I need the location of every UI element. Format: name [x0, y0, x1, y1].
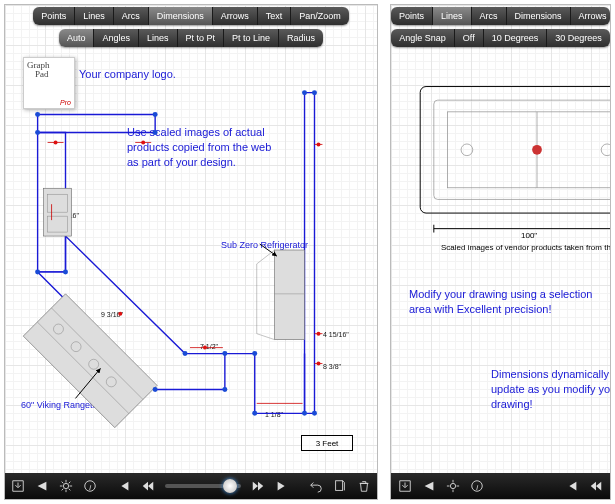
sub-toolbar: Angle SnapOff10 Degrees30 Degrees [391, 27, 610, 49]
gear-icon[interactable] [59, 478, 73, 494]
toolbar-btn-points[interactable]: Points [33, 7, 75, 25]
trash-icon[interactable] [357, 478, 371, 494]
toolbar-btn-lines[interactable]: Lines [139, 29, 178, 47]
svg-point-29 [312, 411, 317, 416]
svg-rect-10 [275, 250, 305, 340]
svg-point-40 [316, 362, 320, 366]
svg-point-51 [532, 145, 542, 155]
toolbar-btn-angles[interactable]: Angles [94, 29, 139, 47]
info-icon[interactable]: i [469, 478, 485, 494]
svg-text:i: i [89, 483, 91, 492]
svg-text:i: i [476, 483, 478, 492]
skip-back-icon[interactable] [564, 478, 580, 494]
svg-point-43 [63, 483, 68, 488]
svg-rect-47 [420, 87, 610, 214]
forward-icon[interactable] [251, 478, 265, 494]
toolbar-btn-points[interactable]: Points [391, 7, 433, 25]
svg-point-52 [461, 144, 473, 156]
toolbar-btn-lines[interactable]: Lines [75, 7, 114, 25]
slider-knob[interactable] [223, 479, 237, 493]
main-toolbar: PointsLinesArcsDimensionsArrows [391, 5, 610, 27]
skip-fwd-icon[interactable] [275, 478, 289, 494]
svg-point-25 [63, 269, 68, 274]
drawing-canvas[interactable]: Graph Pad Pro Your company logo. Use sca… [5, 5, 377, 499]
toolbar-btn-text[interactable]: Text [258, 7, 292, 25]
info-icon[interactable]: i [83, 478, 97, 494]
zoom-slider[interactable] [165, 484, 241, 488]
toolbar-btn-arcs[interactable]: Arcs [114, 7, 149, 25]
note-modify: Modify your drawing using a selection ar… [409, 287, 609, 317]
new-icon[interactable] [333, 478, 347, 494]
share-icon[interactable] [421, 478, 437, 494]
toolbar-btn-dimensions[interactable]: Dimensions [149, 7, 213, 25]
svg-point-33 [183, 351, 188, 356]
svg-point-34 [153, 387, 158, 392]
import-icon[interactable] [397, 478, 413, 494]
bottom-toolbar: i [391, 473, 610, 499]
svg-point-38 [316, 142, 320, 146]
svg-point-23 [153, 130, 158, 135]
floorplan-svg [5, 5, 377, 499]
skip-back-icon[interactable] [117, 478, 131, 494]
toolbar-btn-pt-to-line[interactable]: Pt to Line [224, 29, 279, 47]
main-toolbar: PointsLinesArcsDimensionsArrowsTextPan/Z… [5, 5, 377, 27]
svg-point-53 [601, 144, 610, 156]
toolbar-btn-dimensions[interactable]: Dimensions [507, 7, 571, 25]
svg-rect-48 [434, 100, 610, 199]
gear-icon[interactable] [445, 478, 461, 494]
svg-point-57 [450, 483, 455, 488]
toolbar-btn-arrows[interactable]: Arrows [571, 7, 610, 25]
toolbar-btn-off[interactable]: Off [455, 29, 484, 47]
svg-point-42 [203, 346, 207, 350]
svg-point-20 [35, 112, 40, 117]
left-pane: PointsLinesArcsDimensionsArrowsTextPan/Z… [4, 4, 378, 500]
svg-rect-49 [447, 112, 610, 188]
svg-point-28 [302, 411, 307, 416]
toolbar-btn-pan-zoom[interactable]: Pan/Zoom [291, 7, 349, 25]
svg-point-32 [252, 411, 257, 416]
share-icon[interactable] [35, 478, 49, 494]
drawing-canvas[interactable]: 100" Scaled images of vendor products ta… [391, 5, 610, 499]
svg-point-37 [141, 140, 145, 144]
svg-point-31 [252, 351, 257, 356]
dim-label: 100" [521, 231, 537, 240]
svg-point-21 [153, 112, 158, 117]
note-dims-update: Dimensions dynamically update as you mod… [491, 367, 611, 412]
import-icon[interactable] [11, 478, 25, 494]
svg-point-36 [54, 140, 58, 144]
rewind-icon[interactable] [141, 478, 155, 494]
caption-table: Scaled images of vendor products taken f… [441, 243, 611, 252]
toolbar-btn-auto[interactable]: Auto [59, 29, 95, 47]
svg-rect-46 [336, 481, 343, 491]
toolbar-btn-arcs[interactable]: Arcs [472, 7, 507, 25]
svg-point-39 [316, 332, 320, 336]
rewind-icon[interactable] [588, 478, 604, 494]
toolbar-btn-30-degrees[interactable]: 30 Degrees [547, 29, 610, 47]
svg-point-41 [118, 312, 122, 316]
svg-point-27 [312, 90, 317, 95]
bottom-toolbar: i [5, 473, 377, 499]
toolbar-btn-lines[interactable]: Lines [433, 7, 472, 25]
svg-point-26 [302, 90, 307, 95]
svg-point-22 [35, 130, 40, 135]
toolbar-btn-10-degrees[interactable]: 10 Degrees [484, 29, 548, 47]
toolbar-btn-arrows[interactable]: Arrows [213, 7, 258, 25]
right-pane: PointsLinesArcsDimensionsArrows Angle Sn… [390, 4, 611, 500]
svg-point-35 [222, 387, 227, 392]
toolbar-btn-pt-to-pt[interactable]: Pt to Pt [178, 29, 225, 47]
table-svg [391, 5, 610, 499]
svg-point-24 [35, 269, 40, 274]
svg-point-30 [222, 351, 227, 356]
sub-toolbar: AutoAnglesLinesPt to PtPt to LineRadius [5, 27, 377, 49]
toolbar-btn-angle-snap[interactable]: Angle Snap [391, 29, 455, 47]
undo-icon[interactable] [309, 478, 323, 494]
toolbar-btn-radius[interactable]: Radius [279, 29, 323, 47]
